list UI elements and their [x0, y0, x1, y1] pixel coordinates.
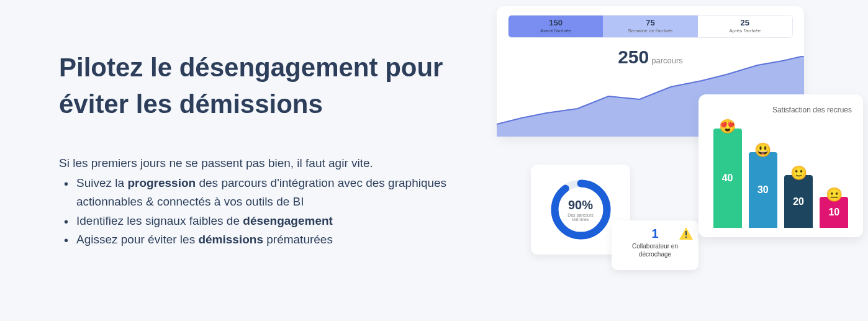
tab-apres-value: 25	[698, 18, 792, 27]
tab-avant-label: Avant l'arrivée	[509, 28, 603, 34]
alert-card: 1 Collaborateur en décrochage	[612, 220, 698, 270]
bullet-3-bold: démissions	[198, 233, 263, 246]
tab-apres[interactable]: 25 Après l'arrivée	[698, 16, 792, 37]
satisfaction-title: Satisfaction des recrues	[710, 106, 852, 114]
warning-icon	[679, 227, 694, 240]
bar-col-4: 😐 10	[820, 187, 848, 228]
bar-4-value: 10	[828, 207, 839, 218]
tab-avant[interactable]: 150 Avant l'arrivée	[509, 16, 603, 37]
bullet-list: Suivez la progression des parcours d'int…	[59, 174, 447, 250]
bullet-1-pre: Suivez la	[76, 176, 127, 189]
donut-percentage: 90%	[564, 198, 597, 212]
tab-apres-label: Après l'arrivée	[698, 28, 792, 34]
svg-rect-3	[685, 237, 687, 238]
bullet-1: Suivez la progression des parcours d'int…	[59, 174, 447, 212]
svg-rect-2	[685, 231, 687, 235]
bar-1: 40	[713, 129, 742, 228]
grin-emoji-icon: 😃	[754, 142, 771, 158]
bullet-1-bold: progression	[127, 176, 196, 189]
tab-semaine-value: 75	[603, 18, 697, 27]
bar-col-1: 😍 40	[713, 119, 742, 228]
stage-tabs: 150 Avant l'arrivée 75 Semaine de l'arri…	[508, 15, 793, 38]
page-heading: Pilotez le désengagement pour éviter les…	[59, 50, 447, 123]
bullet-3-pre: Agissez pour éviter les	[76, 233, 198, 246]
donut-chart: 90% Des parcours terminés	[548, 177, 613, 242]
bar-2-value: 30	[757, 184, 769, 196]
tab-semaine-label: Semaine de l'arrivée	[603, 28, 697, 34]
bar-1-value: 40	[722, 173, 733, 184]
satisfaction-card: Satisfaction des recrues 😍 40 😃 30 🙂 20 …	[698, 94, 863, 237]
bullet-2-bold: désengagement	[243, 214, 333, 227]
bullet-3: Agissez pour éviter les démissions préma…	[59, 230, 447, 249]
bullet-2-pre: Identifiez les signaux faibles de	[76, 214, 243, 227]
neutral-emoji-icon: 😐	[826, 187, 843, 203]
bar-3-value: 20	[793, 196, 804, 207]
heart-eyes-emoji-icon: 😍	[719, 119, 736, 135]
tab-avant-value: 150	[509, 18, 603, 27]
bar-3: 20	[784, 175, 813, 228]
bar-col-2: 😃 30	[749, 142, 777, 228]
smile-emoji-icon: 🙂	[790, 165, 807, 181]
intro-text: Si les premiers jours ne se passent pas …	[59, 154, 447, 173]
donut-label: Des parcours terminés	[564, 213, 597, 222]
dashboard-visuals: 150 Avant l'arrivée 75 Semaine de l'arri…	[472, 0, 868, 321]
bullet-2: Identifiez les signaux faibles de déseng…	[59, 212, 447, 230]
bar-2: 30	[749, 152, 777, 228]
bullet-3-post: prématurées	[263, 233, 333, 246]
satisfaction-bars: 😍 40 😃 30 🙂 20 😐 10	[710, 119, 852, 228]
alert-text: Collaborateur en décrochage	[618, 242, 692, 258]
tab-semaine[interactable]: 75 Semaine de l'arrivée	[603, 16, 697, 37]
content-left: Pilotez le désengagement pour éviter les…	[0, 0, 472, 321]
bar-col-3: 🙂 20	[784, 165, 813, 228]
